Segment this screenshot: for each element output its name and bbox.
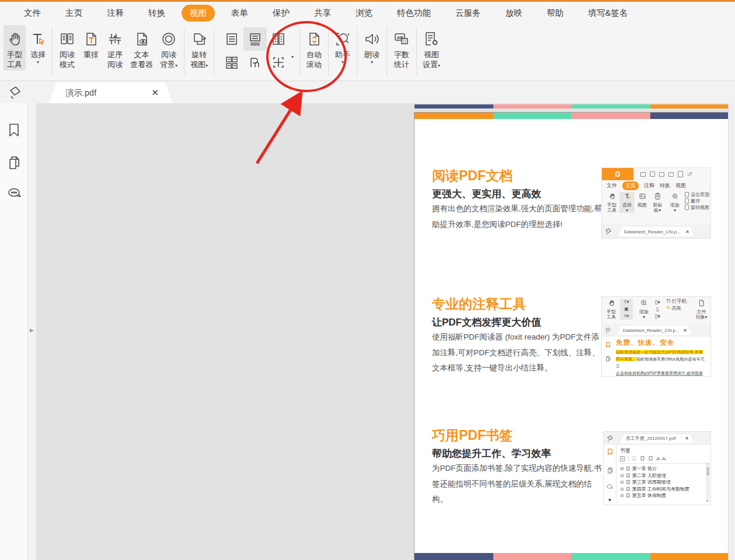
section-heading: 专业的注释工具 — [432, 295, 526, 313]
assistant-icon — [334, 29, 351, 50]
menu-fill-sign[interactable]: 填写&签名 — [576, 5, 640, 22]
section-body: 拥有出色的文档渲染效果,强大的页面管理功能,帮助提升效率,是您阅读PDF的理想选… — [432, 201, 606, 232]
menu-form[interactable]: 表单 — [219, 5, 260, 22]
mini-hand-tool: 手型工具 — [604, 192, 619, 213]
mini-side-rail: ▼ — [604, 445, 616, 505]
reflow-button[interactable]: 重排 — [80, 25, 102, 61]
chevron-down-icon: ▾ — [175, 63, 177, 68]
menu-comment[interactable]: 注释 — [95, 5, 136, 22]
previous-page-bottom-stripes — [414, 104, 729, 108]
page-bottom-stripes — [414, 553, 729, 560]
section-body: 为PDF页面添加书签,除了实现内容的快速导航,书签还能指明不同书签的层级关系,展… — [432, 461, 606, 508]
mini-menu-item-active: 主页 — [622, 181, 639, 190]
bookmarks-panel-icon[interactable] — [6, 122, 22, 141]
mini-bookmark-toolbar: ≡| A˖ A˗ — [620, 456, 709, 464]
auto-scroll-icon — [305, 29, 323, 50]
menu-convert[interactable]: 转换 — [136, 5, 177, 22]
split-window-button[interactable] — [267, 51, 290, 74]
mini-scrollbar: ^ v — [706, 463, 710, 502]
document-tab-title: 演示.pdf — [65, 88, 151, 99]
chevron-down-icon: ▾ — [205, 63, 208, 68]
section-subheading: 帮助您提升工作、学习效率 — [432, 447, 551, 460]
mini-snapshot-tool: 截图 — [635, 192, 650, 208]
read-aloud-button[interactable]: 朗读 ▾ — [360, 25, 384, 66]
reading-background-icon — [159, 29, 179, 50]
rotate-view-button[interactable]: 旋转视图▾ — [187, 25, 211, 71]
text-viewer-button[interactable]: 文本查看器 — [128, 25, 155, 71]
rotate-view-icon — [190, 29, 208, 50]
single-page-view-button[interactable] — [220, 27, 243, 51]
toolbar-separator — [299, 27, 300, 76]
view-settings-button[interactable]: 视图设置▾ — [420, 25, 443, 71]
page-layout-group — [220, 27, 290, 74]
mini-zoom-tool: 缩放▾ — [637, 299, 651, 320]
continuous-page-view-button[interactable] — [243, 27, 267, 51]
document-viewport[interactable]: 阅读PDF文档 更强大、更实用、更高效 拥有出色的文档渲染效果,强大的页面管理功… — [37, 103, 735, 560]
menu-protect[interactable]: 保护 — [260, 5, 302, 22]
menu-features[interactable]: 特色功能 — [385, 5, 443, 22]
comments-panel-icon[interactable] — [6, 186, 23, 204]
undo-icon: ↺ — [687, 171, 692, 177]
split-view-button[interactable] — [243, 51, 267, 74]
chevron-down-icon[interactable]: ▾ — [291, 54, 294, 60]
close-icon[interactable]: ✕ — [151, 88, 159, 98]
menu-bar: 文件 主页 注释 转换 视图 表单 保护 共享 浏览 特色功能 云服务 放映 帮… — [0, 2, 735, 24]
email-icon — [668, 172, 674, 177]
mini-select-stack: T▾▣≡▾ — [620, 299, 633, 320]
menu-file[interactable]: 文件 — [12, 5, 53, 22]
facing-continuous-view-button[interactable] — [220, 51, 243, 74]
toolbar-separator — [386, 27, 387, 76]
mini-menu-item: 注释 — [644, 182, 654, 190]
pdf-page: 阅读PDF文档 更强大、更实用、更高效 拥有出色的文档渲染效果,强大的页面管理功… — [414, 112, 729, 560]
pencil-icon[interactable] — [7, 85, 23, 103]
screenshot-read-pdf: G ↺ 文件 主页 注释 转换 视图 — [601, 167, 711, 239]
mini-highlighted-text: 福昕阅读器是一款功能强大的PDF阅读软件,具有 — [616, 350, 703, 354]
mini-convert-tool: 文件转换▾ — [693, 299, 709, 320]
document-tab[interactable]: 演示.pdf ✕ — [49, 82, 173, 103]
chevron-down-icon: ▾ — [342, 60, 344, 65]
select-tool-button[interactable]: 选择 ▾ — [27, 25, 49, 66]
mini-typewriter-highlight: TI 打字机 ✎高亮 — [666, 299, 687, 311]
section-heading: 巧用PDF书签 — [432, 426, 513, 444]
reflow-icon — [82, 29, 100, 50]
assistant-button[interactable]: 助手 ▾ — [332, 25, 354, 66]
pages-panel-icon[interactable] — [6, 155, 22, 173]
document-tab-bar: 演示.pdf ✕ — [0, 81, 735, 103]
reverse-reading-button[interactable]: 逆序阅读 — [103, 25, 127, 71]
menu-cloud[interactable]: 云服务 — [443, 5, 493, 22]
vertical-scrollbar[interactable] — [728, 103, 735, 560]
menu-present[interactable]: 放映 — [493, 5, 535, 22]
mini-close-icon: ✕ — [683, 328, 687, 333]
mini-zoom-tool: 缩放▾ — [667, 192, 682, 213]
facing-page-view-button[interactable] — [267, 27, 290, 51]
read-mode-button[interactable]: 阅读模式 — [55, 25, 79, 71]
toolbar-separator — [357, 27, 357, 76]
menu-help[interactable]: 帮助 — [535, 5, 576, 22]
save-icon — [650, 172, 655, 177]
mini-tab-title: Datasheet_Reader_CN.p... — [624, 229, 685, 235]
mini-menu-item: 转换 — [660, 182, 670, 190]
hand-tool-button[interactable]: 手型工具 — [4, 25, 26, 71]
reading-background-button[interactable]: 阅读背景▾ — [156, 25, 181, 71]
reverse-reading-icon — [106, 29, 124, 50]
expand-arrow-icon[interactable]: ▶ — [30, 327, 34, 333]
section-subheading: 让PDF文档发挥更大价值 — [432, 316, 541, 329]
menu-view[interactable]: 视图 — [182, 5, 215, 22]
quick-access-toolbar: ↺ — [640, 171, 692, 177]
word-count-button[interactable]: AB 字数统计 — [390, 25, 413, 71]
foxit-logo-icon: G — [602, 168, 633, 180]
mini-content-heading: 免费、快速、安全 — [616, 338, 708, 347]
auto-scroll-button[interactable]: 自动滚动 — [303, 25, 325, 71]
chevron-down-icon: ▾ — [438, 63, 440, 68]
toolbar-separator — [214, 27, 214, 76]
sidebar-collapse-strip[interactable]: ▶ — [29, 103, 36, 560]
menu-share[interactable]: 共享 — [302, 5, 343, 22]
chevron-down-icon: ▾ — [37, 60, 39, 65]
chevron-down-icon: ▾ — [371, 60, 373, 65]
mini-right-tools: 适合页面 重排 旋转视图 — [685, 192, 709, 210]
menu-browse[interactable]: 浏览 — [343, 5, 385, 22]
toolbar-separator — [52, 27, 53, 76]
menu-home[interactable]: 主页 — [53, 5, 95, 22]
page-top-stripes — [414, 113, 729, 119]
mini-side-rail — [602, 337, 614, 365]
